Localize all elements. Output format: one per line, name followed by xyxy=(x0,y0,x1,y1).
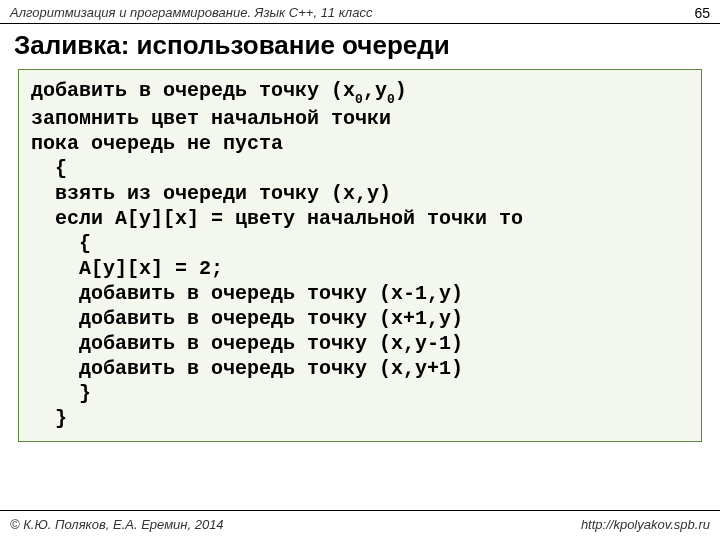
code-line: добавить в очередь точку (x,y-1) xyxy=(31,331,689,356)
code-line: { xyxy=(31,156,689,181)
course-label: Алгоритмизация и программирование. Язык … xyxy=(10,5,372,20)
t: ) xyxy=(395,79,407,102)
code-line: запомнить цвет начальной точки xyxy=(31,106,689,131)
page-number: 65 xyxy=(694,5,710,21)
code-line: добавить в очередь точку (x+1,y) xyxy=(31,306,689,331)
code-line: добавить в очередь точку (x-1,y) xyxy=(31,281,689,306)
code-line: добавить в очередь точку (x,y+1) xyxy=(31,356,689,381)
code-block: добавить в очередь точку (x0,y0) запомни… xyxy=(18,69,702,442)
footer-bar: © К.Ю. Поляков, Е.А. Еремин, 2014 http:/… xyxy=(0,510,720,540)
t: 0 xyxy=(387,92,395,107)
code-line: если A[y][x] = цвету начальной точки то xyxy=(31,206,689,231)
header-bar: Алгоритмизация и программирование. Язык … xyxy=(0,0,720,24)
page-title: Заливка: использование очереди xyxy=(0,24,720,69)
code-line: { xyxy=(31,231,689,256)
copyright: © К.Ю. Поляков, Е.А. Еремин, 2014 xyxy=(10,517,224,532)
code-line: } xyxy=(31,381,689,406)
code-line: добавить в очередь точку (x0,y0) xyxy=(31,78,689,106)
footer-url: http://kpolyakov.spb.ru xyxy=(581,517,710,532)
code-line: взять из очереди точку (x,y) xyxy=(31,181,689,206)
code-line: A[y][x] = 2; xyxy=(31,256,689,281)
code-line: пока очередь не пуста xyxy=(31,131,689,156)
t: добавить в очередь точку (x xyxy=(31,79,355,102)
t: ,y xyxy=(363,79,387,102)
t: 0 xyxy=(355,92,363,107)
code-line: } xyxy=(31,406,689,431)
